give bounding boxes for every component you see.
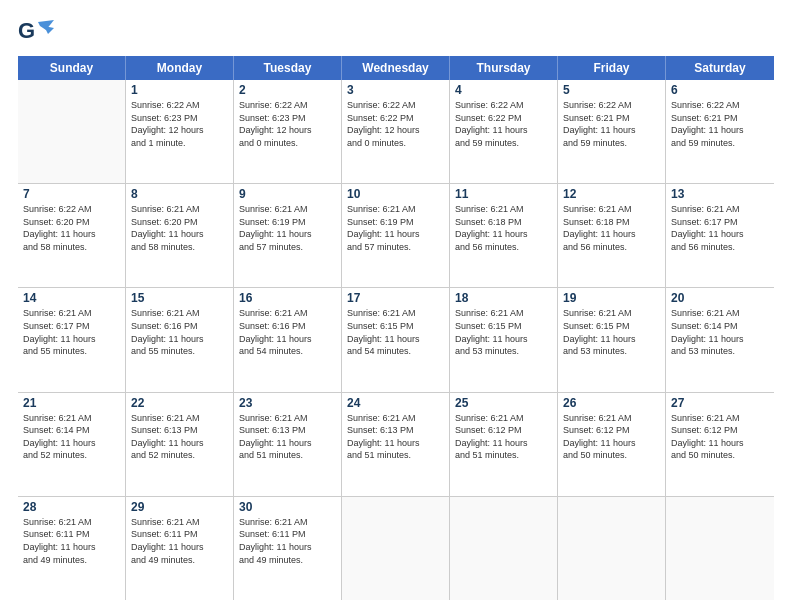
day-number: 17 [347, 291, 444, 305]
cal-cell: 7Sunrise: 6:22 AM Sunset: 6:20 PM Daylig… [18, 184, 126, 287]
calendar-header: SundayMondayTuesdayWednesdayThursdayFrid… [18, 56, 774, 80]
day-number: 7 [23, 187, 120, 201]
cal-cell: 26Sunrise: 6:21 AM Sunset: 6:12 PM Dayli… [558, 393, 666, 496]
cal-cell: 27Sunrise: 6:21 AM Sunset: 6:12 PM Dayli… [666, 393, 774, 496]
day-number: 20 [671, 291, 769, 305]
cell-info: Sunrise: 6:21 AM Sunset: 6:18 PM Dayligh… [563, 203, 660, 253]
week-row-4: 28Sunrise: 6:21 AM Sunset: 6:11 PM Dayli… [18, 497, 774, 600]
cell-info: Sunrise: 6:21 AM Sunset: 6:11 PM Dayligh… [239, 516, 336, 566]
cell-info: Sunrise: 6:21 AM Sunset: 6:19 PM Dayligh… [347, 203, 444, 253]
cal-cell: 20Sunrise: 6:21 AM Sunset: 6:14 PM Dayli… [666, 288, 774, 391]
week-row-3: 21Sunrise: 6:21 AM Sunset: 6:14 PM Dayli… [18, 393, 774, 497]
cell-info: Sunrise: 6:22 AM Sunset: 6:23 PM Dayligh… [239, 99, 336, 149]
week-row-1: 7Sunrise: 6:22 AM Sunset: 6:20 PM Daylig… [18, 184, 774, 288]
cal-cell: 13Sunrise: 6:21 AM Sunset: 6:17 PM Dayli… [666, 184, 774, 287]
day-number: 10 [347, 187, 444, 201]
cell-info: Sunrise: 6:21 AM Sunset: 6:16 PM Dayligh… [131, 307, 228, 357]
cell-info: Sunrise: 6:21 AM Sunset: 6:14 PM Dayligh… [671, 307, 769, 357]
day-number: 21 [23, 396, 120, 410]
cell-info: Sunrise: 6:21 AM Sunset: 6:20 PM Dayligh… [131, 203, 228, 253]
week-row-0: 1Sunrise: 6:22 AM Sunset: 6:23 PM Daylig… [18, 80, 774, 184]
day-number: 15 [131, 291, 228, 305]
cell-info: Sunrise: 6:22 AM Sunset: 6:20 PM Dayligh… [23, 203, 120, 253]
day-number: 26 [563, 396, 660, 410]
cell-info: Sunrise: 6:21 AM Sunset: 6:18 PM Dayligh… [455, 203, 552, 253]
cell-info: Sunrise: 6:22 AM Sunset: 6:23 PM Dayligh… [131, 99, 228, 149]
cal-cell [18, 80, 126, 183]
cal-cell: 22Sunrise: 6:21 AM Sunset: 6:13 PM Dayli… [126, 393, 234, 496]
cal-cell [666, 497, 774, 600]
day-number: 5 [563, 83, 660, 97]
header-day-thursday: Thursday [450, 56, 558, 80]
cell-info: Sunrise: 6:22 AM Sunset: 6:21 PM Dayligh… [671, 99, 769, 149]
cell-info: Sunrise: 6:21 AM Sunset: 6:12 PM Dayligh… [671, 412, 769, 462]
cal-cell: 5Sunrise: 6:22 AM Sunset: 6:21 PM Daylig… [558, 80, 666, 183]
cell-info: Sunrise: 6:21 AM Sunset: 6:13 PM Dayligh… [131, 412, 228, 462]
cal-cell [342, 497, 450, 600]
cell-info: Sunrise: 6:21 AM Sunset: 6:16 PM Dayligh… [239, 307, 336, 357]
cal-cell: 30Sunrise: 6:21 AM Sunset: 6:11 PM Dayli… [234, 497, 342, 600]
cell-info: Sunrise: 6:21 AM Sunset: 6:13 PM Dayligh… [347, 412, 444, 462]
cell-info: Sunrise: 6:22 AM Sunset: 6:21 PM Dayligh… [563, 99, 660, 149]
cal-cell: 28Sunrise: 6:21 AM Sunset: 6:11 PM Dayli… [18, 497, 126, 600]
day-number: 3 [347, 83, 444, 97]
cal-cell: 2Sunrise: 6:22 AM Sunset: 6:23 PM Daylig… [234, 80, 342, 183]
cal-cell: 12Sunrise: 6:21 AM Sunset: 6:18 PM Dayli… [558, 184, 666, 287]
day-number: 16 [239, 291, 336, 305]
cell-info: Sunrise: 6:21 AM Sunset: 6:12 PM Dayligh… [563, 412, 660, 462]
cell-info: Sunrise: 6:22 AM Sunset: 6:22 PM Dayligh… [455, 99, 552, 149]
day-number: 13 [671, 187, 769, 201]
cal-cell: 1Sunrise: 6:22 AM Sunset: 6:23 PM Daylig… [126, 80, 234, 183]
day-number: 12 [563, 187, 660, 201]
cal-cell: 8Sunrise: 6:21 AM Sunset: 6:20 PM Daylig… [126, 184, 234, 287]
logo: G [18, 18, 56, 46]
cell-info: Sunrise: 6:21 AM Sunset: 6:11 PM Dayligh… [131, 516, 228, 566]
cal-cell: 25Sunrise: 6:21 AM Sunset: 6:12 PM Dayli… [450, 393, 558, 496]
header-day-tuesday: Tuesday [234, 56, 342, 80]
week-row-2: 14Sunrise: 6:21 AM Sunset: 6:17 PM Dayli… [18, 288, 774, 392]
day-number: 28 [23, 500, 120, 514]
cal-cell [558, 497, 666, 600]
cal-cell: 4Sunrise: 6:22 AM Sunset: 6:22 PM Daylig… [450, 80, 558, 183]
day-number: 8 [131, 187, 228, 201]
cal-cell: 24Sunrise: 6:21 AM Sunset: 6:13 PM Dayli… [342, 393, 450, 496]
cal-cell: 14Sunrise: 6:21 AM Sunset: 6:17 PM Dayli… [18, 288, 126, 391]
day-number: 1 [131, 83, 228, 97]
cell-info: Sunrise: 6:21 AM Sunset: 6:19 PM Dayligh… [239, 203, 336, 253]
cell-info: Sunrise: 6:22 AM Sunset: 6:22 PM Dayligh… [347, 99, 444, 149]
cal-cell: 19Sunrise: 6:21 AM Sunset: 6:15 PM Dayli… [558, 288, 666, 391]
cell-info: Sunrise: 6:21 AM Sunset: 6:14 PM Dayligh… [23, 412, 120, 462]
day-number: 25 [455, 396, 552, 410]
svg-text:G: G [18, 18, 35, 43]
cal-cell: 6Sunrise: 6:22 AM Sunset: 6:21 PM Daylig… [666, 80, 774, 183]
cell-info: Sunrise: 6:21 AM Sunset: 6:11 PM Dayligh… [23, 516, 120, 566]
header-day-wednesday: Wednesday [342, 56, 450, 80]
day-number: 14 [23, 291, 120, 305]
cal-cell: 16Sunrise: 6:21 AM Sunset: 6:16 PM Dayli… [234, 288, 342, 391]
cell-info: Sunrise: 6:21 AM Sunset: 6:15 PM Dayligh… [563, 307, 660, 357]
day-number: 24 [347, 396, 444, 410]
day-number: 11 [455, 187, 552, 201]
cal-cell: 15Sunrise: 6:21 AM Sunset: 6:16 PM Dayli… [126, 288, 234, 391]
day-number: 19 [563, 291, 660, 305]
day-number: 6 [671, 83, 769, 97]
cal-cell: 9Sunrise: 6:21 AM Sunset: 6:19 PM Daylig… [234, 184, 342, 287]
day-number: 2 [239, 83, 336, 97]
cal-cell: 11Sunrise: 6:21 AM Sunset: 6:18 PM Dayli… [450, 184, 558, 287]
cal-cell: 21Sunrise: 6:21 AM Sunset: 6:14 PM Dayli… [18, 393, 126, 496]
svg-marker-2 [44, 26, 54, 34]
calendar-page: G SundayMondayTuesdayWednesdayThursdayFr… [0, 0, 792, 612]
logo-bird-icon: G [18, 18, 54, 46]
cal-cell [450, 497, 558, 600]
cell-info: Sunrise: 6:21 AM Sunset: 6:12 PM Dayligh… [455, 412, 552, 462]
day-number: 23 [239, 396, 336, 410]
cell-info: Sunrise: 6:21 AM Sunset: 6:13 PM Dayligh… [239, 412, 336, 462]
header: G [18, 18, 774, 46]
day-number: 30 [239, 500, 336, 514]
cell-info: Sunrise: 6:21 AM Sunset: 6:15 PM Dayligh… [347, 307, 444, 357]
cal-cell: 17Sunrise: 6:21 AM Sunset: 6:15 PM Dayli… [342, 288, 450, 391]
header-day-monday: Monday [126, 56, 234, 80]
calendar: SundayMondayTuesdayWednesdayThursdayFrid… [18, 56, 774, 600]
day-number: 22 [131, 396, 228, 410]
cell-info: Sunrise: 6:21 AM Sunset: 6:15 PM Dayligh… [455, 307, 552, 357]
